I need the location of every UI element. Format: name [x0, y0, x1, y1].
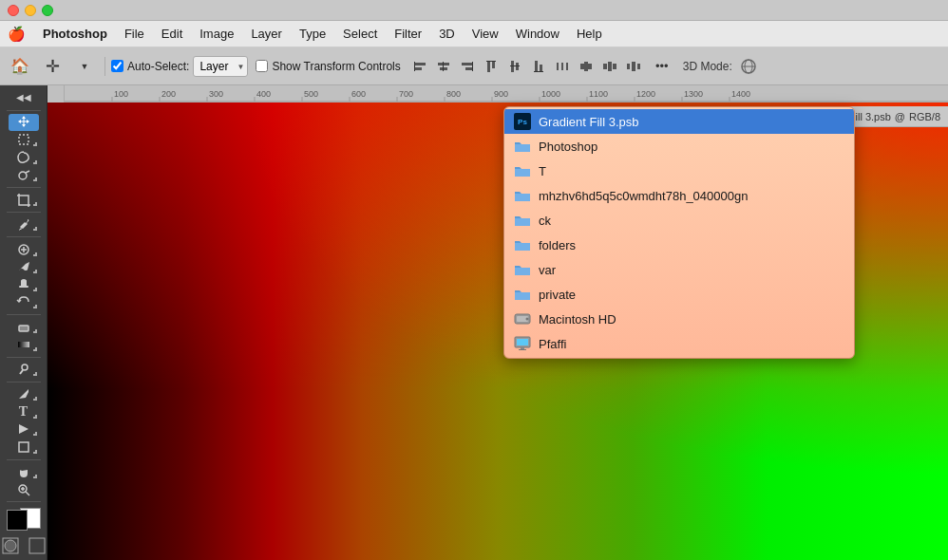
dropdown-item-7[interactable]: private: [504, 282, 854, 307]
dropdown-item-4[interactable]: ck: [504, 208, 854, 233]
auto-select-group: Auto-Select: Layer Group: [111, 56, 248, 77]
transform-controls-checkbox[interactable]: [256, 60, 268, 72]
svg-rect-5: [443, 62, 444, 71]
menu-bar: 🍎 Photoshop File Edit Image Layer Type S…: [0, 21, 948, 47]
tool-divider-3: [7, 212, 41, 213]
more-options-button[interactable]: •••: [649, 55, 675, 78]
align-bottom-btn[interactable]: [527, 55, 550, 78]
dropdown-item-label-5: folders: [539, 238, 576, 252]
apple-menu[interactable]: 🍎: [8, 26, 26, 43]
align-center-h-btn[interactable]: [432, 55, 455, 78]
dropdown-item-2[interactable]: T: [504, 159, 854, 183]
hand-tool[interactable]: [9, 463, 39, 480]
dropdown-item-label-2: T: [539, 164, 546, 178]
svg-point-49: [5, 540, 16, 551]
lasso-tool[interactable]: [9, 149, 39, 166]
dodge-tool[interactable]: [9, 361, 39, 378]
gradient-tool[interactable]: [9, 336, 39, 353]
svg-rect-28: [632, 62, 635, 71]
svg-rect-96: [521, 347, 524, 349]
screen-mode-button[interactable]: [25, 533, 48, 558]
transform-controls-group: Show Transform Controls: [256, 60, 400, 73]
svg-rect-8: [472, 62, 473, 71]
dropdown-item-3[interactable]: mhzhv6hd5q5c0wmdht78h_040000gn: [504, 183, 854, 208]
path-select-tool[interactable]: [9, 421, 39, 439]
menu-select[interactable]: Select: [335, 25, 385, 43]
dropdown-item-1[interactable]: Photoshop: [504, 134, 854, 159]
tool-divider-5: [7, 314, 41, 315]
pen-tool[interactable]: [9, 385, 39, 402]
tool-divider: [7, 110, 41, 111]
hd-icon-8: [514, 310, 531, 327]
dropdown-item-0[interactable]: Ps Gradient Fill 3.psb: [504, 109, 854, 134]
distribute-left-btn[interactable]: [551, 55, 574, 78]
transform-controls-label: Show Transform Controls: [272, 60, 400, 73]
svg-rect-21: [580, 64, 584, 69]
menu-type[interactable]: Type: [292, 25, 333, 43]
stamp-tool[interactable]: [9, 276, 39, 293]
svg-rect-2: [414, 62, 415, 71]
menu-file[interactable]: File: [117, 25, 152, 43]
align-center-v-btn[interactable]: [503, 55, 526, 78]
menu-3d[interactable]: 3D: [431, 25, 463, 43]
minimize-button[interactable]: [25, 5, 36, 16]
distribute-center-btn[interactable]: [575, 55, 597, 78]
file-path-dropdown[interactable]: Ps Gradient Fill 3.psb Photoshop T: [503, 106, 855, 359]
svg-rect-95: [517, 339, 528, 345]
auto-select-checkbox[interactable]: [111, 60, 123, 72]
quick-select-tool[interactable]: [9, 167, 39, 184]
menu-view[interactable]: View: [465, 25, 506, 43]
align-right-btn[interactable]: [456, 55, 479, 78]
distribute-gap-btn[interactable]: [622, 55, 645, 78]
ruler-corner: [47, 85, 65, 103]
layer-dropdown[interactable]: Layer Group: [193, 56, 248, 77]
svg-rect-29: [637, 64, 640, 69]
dropdown-item-6[interactable]: var: [504, 257, 854, 282]
move-options-button[interactable]: ▼: [70, 52, 99, 81]
folder-icon-1: [514, 138, 531, 155]
svg-rect-33: [19, 135, 28, 144]
menu-edit[interactable]: Edit: [154, 25, 190, 43]
menu-filter[interactable]: Filter: [387, 25, 429, 43]
svg-rect-14: [510, 65, 520, 66]
quick-mask-button[interactable]: [0, 533, 23, 558]
color-swatches[interactable]: [7, 510, 41, 529]
ruler-top: 100 200 300 400 500 600 700 800 900 1000…: [47, 85, 948, 103]
distribute-right-btn[interactable]: [598, 55, 621, 78]
svg-text:1100: 1100: [589, 89, 608, 99]
align-top-btn[interactable]: [480, 55, 502, 78]
close-button[interactable]: [8, 5, 19, 16]
title-bar: [0, 0, 948, 21]
zoom-tool[interactable]: [9, 481, 39, 498]
menu-layer[interactable]: Layer: [243, 25, 290, 43]
collapse-tools-button[interactable]: ◀◀: [9, 89, 39, 106]
menu-window[interactable]: Window: [508, 25, 567, 43]
maximize-button[interactable]: [42, 5, 53, 16]
svg-text:1400: 1400: [731, 89, 750, 99]
dropdown-item-9[interactable]: Pfaffi: [504, 331, 854, 356]
eyedropper-tool[interactable]: [9, 216, 39, 233]
move-tool[interactable]: [9, 114, 39, 131]
home-button[interactable]: 🏠: [6, 52, 34, 81]
svg-point-34: [19, 172, 27, 179]
dropdown-item-8[interactable]: Macintosh HD: [504, 307, 854, 331]
svg-text:900: 900: [494, 89, 508, 99]
history-brush-tool[interactable]: [9, 294, 39, 311]
align-left-btn[interactable]: [408, 55, 431, 78]
menu-photoshop[interactable]: Photoshop: [35, 25, 115, 43]
eraser-tool[interactable]: [9, 319, 39, 336]
shape-tool[interactable]: [9, 439, 39, 456]
heal-tool[interactable]: [9, 241, 39, 258]
crop-tool[interactable]: [9, 192, 39, 209]
foreground-color[interactable]: [7, 510, 28, 531]
marquee-tool[interactable]: [9, 132, 39, 149]
dropdown-item-5[interactable]: folders: [504, 233, 854, 257]
brush-tool[interactable]: [9, 259, 39, 276]
menu-image[interactable]: Image: [192, 25, 241, 43]
3d-mode-button[interactable]: [736, 52, 761, 81]
svg-text:800: 800: [446, 89, 461, 99]
svg-line-45: [26, 492, 29, 495]
type-tool[interactable]: T: [9, 403, 39, 420]
move-tool-button[interactable]: ✛: [38, 52, 66, 81]
menu-help[interactable]: Help: [569, 25, 610, 43]
